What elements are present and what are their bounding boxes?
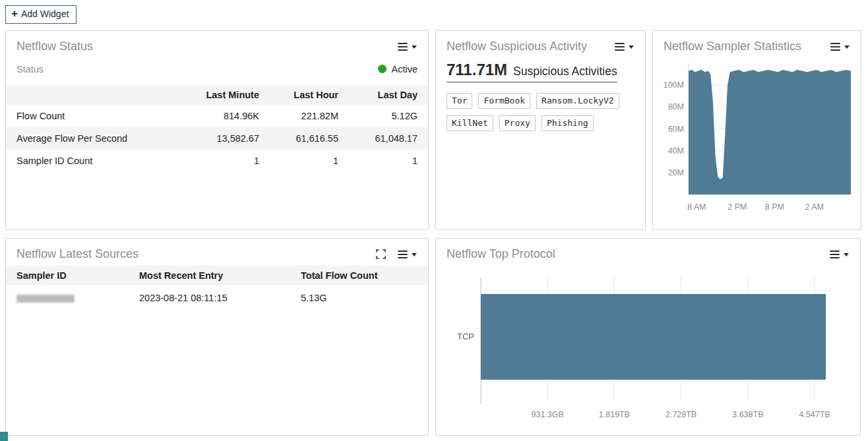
status-header-row: Last MinuteLast HourLast Day bbox=[6, 85, 428, 105]
y-tick-label: 80M bbox=[668, 102, 684, 111]
x-tick-label: 931.3GB bbox=[532, 410, 564, 419]
chevron-down-icon bbox=[844, 45, 850, 49]
status-cell-value: 221.82M bbox=[270, 105, 349, 127]
widget-title: Netflow Status bbox=[16, 40, 93, 53]
toolbar: + Add Widget bbox=[0, 0, 868, 30]
x-tick-label: 8 AM bbox=[687, 202, 706, 212]
status-column-header: Last Minute bbox=[191, 85, 270, 105]
threat-tag-list: TorFormBookRansom.LockyV2KillNetProxyPhi… bbox=[447, 93, 635, 131]
x-tick-label: 1.819TB bbox=[599, 410, 630, 419]
status-table-row: Sampler ID Count111 bbox=[6, 150, 428, 172]
status-cell-value: 1 bbox=[349, 150, 428, 172]
widget-menu-button[interactable] bbox=[828, 247, 850, 262]
widget-title: Netflow Suspicious Activity bbox=[447, 40, 587, 53]
sampler-area-series[interactable] bbox=[689, 70, 851, 194]
status-label: Status bbox=[16, 64, 44, 74]
status-row-label: Flow Count bbox=[6, 105, 191, 127]
threat-tag[interactable]: Proxy bbox=[499, 115, 536, 131]
sampler-id-cell bbox=[6, 285, 129, 310]
plus-icon: + bbox=[11, 9, 18, 18]
threat-tag[interactable]: Ransom.LockyV2 bbox=[536, 93, 619, 109]
x-tick-label: 4.547TB bbox=[799, 410, 830, 419]
status-column-header: Last Hour bbox=[270, 85, 349, 105]
sampler-statistics-area-chart: 20M40M60M80M100M8 AM2 PM8 PM2 AM bbox=[658, 59, 856, 218]
dashboard-grid: Netflow Status Status Active Last Minute… bbox=[0, 30, 868, 436]
widget-netflow-suspicious-activity: Netflow Suspicious Activity 711.71MSuspi… bbox=[435, 30, 646, 230]
most-recent-entry-cell: 2023-08-21 08:11:15 bbox=[129, 285, 290, 310]
x-tick-label: 2 AM bbox=[805, 202, 824, 212]
sources-table-row[interactable]: 2023-08-21 08:11:155.13G bbox=[6, 285, 428, 310]
status-cell-value: 5.12G bbox=[349, 105, 428, 127]
chevron-down-icon bbox=[412, 253, 417, 256]
status-active-dot bbox=[378, 65, 387, 73]
netflow-status-table: Last MinuteLast HourLast Day Flow Count8… bbox=[6, 85, 428, 172]
widget-title: Netflow Top Protocol bbox=[447, 247, 555, 261]
threat-tag[interactable]: FormBook bbox=[478, 93, 530, 109]
threat-tag[interactable]: Tor bbox=[447, 93, 472, 109]
latest-sources-table: Sampler IDMost Recent EntryTotal Flow Co… bbox=[6, 266, 428, 310]
top-protocol-bar-chart: 931.3GB1.819TB2.728TB3.638TB4.547TBTCP bbox=[440, 271, 859, 426]
suspicious-activity-count: 711.71M bbox=[447, 61, 507, 78]
widget-menu-button[interactable] bbox=[396, 40, 418, 54]
threat-tag[interactable]: KillNet bbox=[447, 115, 493, 131]
status-cell-value: 1 bbox=[270, 150, 349, 172]
status-column-header bbox=[6, 85, 191, 105]
widget-menu-button[interactable] bbox=[396, 247, 418, 262]
x-tick-label: 3.638TB bbox=[732, 410, 763, 419]
sources-column-header: Sampler ID bbox=[6, 266, 129, 285]
chevron-down-icon bbox=[629, 45, 634, 49]
y-tick-label: 60M bbox=[668, 124, 684, 133]
sources-column-header: Total Flow Count bbox=[290, 266, 428, 285]
status-value: Active bbox=[392, 64, 418, 74]
widget-netflow-status: Netflow Status Status Active Last Minute… bbox=[5, 30, 429, 230]
corner-accent bbox=[0, 432, 8, 441]
y-tick-label: 20M bbox=[668, 168, 684, 177]
sources-column-header: Most Recent Entry bbox=[129, 266, 290, 285]
status-row-label: Average Flow Per Second bbox=[6, 127, 191, 150]
y-tick-label: 100M bbox=[664, 80, 684, 90]
chevron-down-icon bbox=[844, 253, 849, 256]
threat-tag[interactable]: Phishing bbox=[542, 115, 594, 131]
hamburger-menu-icon bbox=[830, 41, 840, 53]
status-indicator: Active bbox=[378, 64, 418, 74]
status-cell-value: 61,048.17 bbox=[349, 127, 428, 150]
status-table-row: Flow Count814.96K221.82M5.12G bbox=[6, 105, 428, 127]
status-cell-value: 61,616.55 bbox=[270, 127, 349, 150]
hamburger-menu-icon bbox=[615, 41, 625, 53]
widget-netflow-sampler-statistics: Netflow Sampler Statistics 20M40M60M80M1… bbox=[652, 30, 861, 230]
sampler-id-redacted bbox=[16, 295, 75, 303]
add-widget-button[interactable]: + Add Widget bbox=[5, 5, 77, 24]
widget-netflow-latest-sources: Netflow Latest Sources Sampler IDMost Re… bbox=[5, 238, 429, 436]
widget-title: Netflow Sampler Statistics bbox=[664, 40, 801, 53]
status-row: Status Active bbox=[6, 58, 428, 85]
status-column-header: Last Day bbox=[349, 85, 428, 105]
dashboard-row-1: Netflow Status Status Active Last Minute… bbox=[5, 30, 863, 230]
dashboard-row-2: Netflow Latest Sources Sampler IDMost Re… bbox=[5, 238, 863, 436]
x-tick-label: 2.728TB bbox=[666, 410, 697, 419]
status-cell-value: 1 bbox=[191, 150, 270, 172]
hamburger-menu-icon bbox=[398, 41, 408, 53]
x-tick-label: 8 PM bbox=[765, 202, 784, 212]
widget-title: Netflow Latest Sources bbox=[16, 247, 139, 261]
y-tick-label: 40M bbox=[668, 146, 684, 155]
protocol-bar-tcp[interactable] bbox=[481, 294, 826, 380]
widget-menu-button[interactable] bbox=[829, 40, 851, 54]
widget-netflow-top-protocol: Netflow Top Protocol 931.3GB1.819TB2.728… bbox=[435, 238, 861, 436]
hamburger-menu-icon bbox=[830, 249, 840, 260]
hamburger-menu-icon bbox=[398, 249, 408, 260]
expand-icon[interactable] bbox=[376, 249, 386, 259]
status-cell-value: 13,582.67 bbox=[191, 127, 270, 150]
widget-menu-button[interactable] bbox=[613, 40, 635, 54]
chevron-down-icon bbox=[412, 45, 417, 49]
status-cell-value: 814.96K bbox=[191, 105, 270, 127]
status-table-row: Average Flow Per Second13,582.6761,616.5… bbox=[6, 127, 428, 150]
suspicious-activity-count-label: Suspicious Activities bbox=[513, 65, 617, 78]
sources-header-row: Sampler IDMost Recent EntryTotal Flow Co… bbox=[6, 266, 428, 285]
add-widget-label: Add Widget bbox=[21, 9, 69, 20]
suspicious-activity-headline: 711.71MSuspicious Activities bbox=[447, 61, 617, 82]
x-tick-label: 2 PM bbox=[728, 202, 747, 212]
status-row-label: Sampler ID Count bbox=[6, 150, 191, 172]
total-flow-count-cell: 5.13G bbox=[290, 285, 428, 310]
category-label-tcp: TCP bbox=[457, 332, 474, 341]
